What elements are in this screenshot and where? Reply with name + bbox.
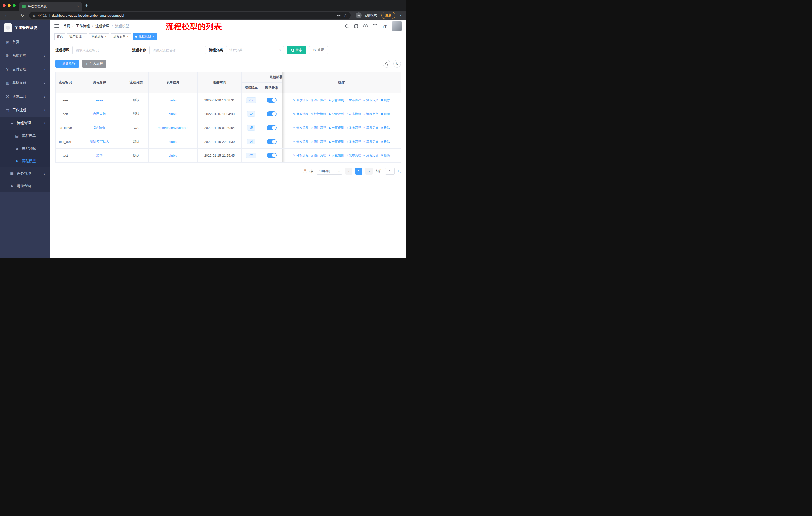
sidebar-item-payment-management[interactable]: ¥ 支付管理 ∨ [0,62,50,76]
active-toggle[interactable] [266,139,277,144]
security-warning-icon[interactable]: ⚠ [33,13,36,18]
action-edit-process[interactable]: ✎修改流程 [293,154,308,157]
browser-update-button[interactable]: 更新 [381,12,396,19]
active-toggle[interactable] [266,111,277,116]
close-icon[interactable]: × [105,35,107,38]
close-icon[interactable]: × [152,35,154,38]
action-assign-rule[interactable]: ♟分配规则 [329,126,344,130]
process-category-select[interactable]: 流程分类 ∨ [226,46,284,54]
user-avatar[interactable] [392,21,402,31]
active-toggle[interactable] [266,125,277,130]
sidebar-item-process-management[interactable]: ≣ 流程管理 ∧ [0,117,50,130]
font-size-icon[interactable]: тT [382,24,387,28]
page-size-select[interactable]: 10条/页 ∨ [317,167,342,174]
action-publish-process[interactable]: ☝发布流程 [346,126,361,130]
breadcrumb-item[interactable]: 流程管理 [95,24,110,28]
action-delete[interactable]: ✖删除 [381,126,390,130]
action-assign-rule[interactable]: ♟分配规则 [329,154,344,157]
form-info-link[interactable]: biubiu [169,154,177,158]
sidebar-item-dev-tools[interactable]: ⚒ 研发工具 ∨ [0,90,50,103]
form-info-link[interactable]: biubiu [169,112,177,116]
fullscreen-icon[interactable] [373,24,377,28]
sidebar-item-process-form[interactable]: ▤ 流程表单 [0,130,50,142]
process-name-link[interactable]: 滔博 [96,154,103,157]
tag-home[interactable]: 首页 [54,33,65,40]
window-zoom-button[interactable] [12,4,16,7]
action-design-process[interactable]: ◎设计流程 [311,140,326,143]
process-name-link[interactable]: 测试多审批人 [90,140,110,143]
app-logo[interactable]: 芋道管理系统 [0,20,50,35]
sidebar-item-infrastructure[interactable]: ▥ 基础设施 ∨ [0,76,50,90]
process-name-link[interactable]: eeee [96,98,103,102]
browser-menu-icon[interactable]: ⋮ [399,13,403,18]
back-icon[interactable]: ← [3,13,9,18]
action-assign-rule[interactable]: ♟分配规则 [329,112,344,116]
action-process-definition[interactable]: ∞流程定义 [364,98,378,102]
active-toggle[interactable] [266,98,277,103]
sidebar-item-home[interactable]: ◉ 首页 [0,35,50,49]
browser-tab[interactable]: 芋道管理系统 × [19,2,82,10]
tag-tenant-management[interactable]: 租户管理 × [67,33,87,40]
create-process-button[interactable]: + 新建流程 [55,60,79,67]
form-info-link[interactable]: biubiu [169,98,177,102]
action-design-process[interactable]: ◎设计流程 [311,112,326,116]
github-icon[interactable] [354,24,358,28]
action-design-process[interactable]: ◎设计流程 [311,126,326,130]
window-minimize-button[interactable] [7,4,10,7]
breadcrumb-item[interactable]: 首页 [63,24,70,28]
action-design-process[interactable]: ◎设计流程 [311,98,326,102]
action-publish-process[interactable]: ☝发布流程 [346,154,361,157]
prev-page-button[interactable]: ‹ [345,167,352,174]
forward-icon[interactable]: → [11,13,18,18]
action-design-process[interactable]: ◎设计流程 [311,154,326,157]
form-info-link[interactable]: /bpm/oa/leave/create [157,126,188,130]
reset-button[interactable]: ↻ 重置 [309,46,328,54]
collapse-sidebar-icon[interactable] [54,24,59,28]
sidebar-item-workflow[interactable]: ▤ 工作流程 ∧ [0,103,50,117]
action-assign-rule[interactable]: ♟分配规则 [329,140,344,143]
active-toggle[interactable] [266,153,277,158]
action-process-definition[interactable]: ∞流程定义 [364,126,378,130]
action-delete[interactable]: ✖删除 [381,98,390,102]
close-icon[interactable]: × [83,35,85,38]
action-process-definition[interactable]: ∞流程定义 [364,140,378,143]
next-page-button[interactable]: › [366,167,373,174]
process-key-input[interactable] [72,46,129,54]
search-icon[interactable] [345,24,349,28]
action-publish-process[interactable]: ☝发布流程 [346,112,361,116]
tag-process-model[interactable]: 流程模型 × [133,33,156,40]
window-close-button[interactable] [2,4,5,7]
sidebar-item-system-management[interactable]: ⚙ 系统管理 ∨ [0,49,50,62]
action-edit-process[interactable]: ✎修改流程 [293,98,308,102]
sidebar-item-task-management[interactable]: ▣ 任务管理 ∨ [0,167,50,180]
action-edit-process[interactable]: ✎修改流程 [293,126,308,130]
tag-process-form[interactable]: 流程表单 × [111,33,131,40]
breadcrumb-item[interactable]: 工作流程 [76,24,90,28]
show-search-button[interactable] [383,60,390,67]
search-button[interactable]: 搜索 [287,46,306,54]
page-1-button[interactable]: 1 [355,167,362,174]
url-text[interactable]: dashboard.yudao.iocoder.cn/bpm/manager/m… [52,13,335,18]
key-icon[interactable] [337,13,341,18]
new-tab-button[interactable]: + [85,0,88,10]
action-delete[interactable]: ✖删除 [381,112,390,116]
sidebar-item-user-group[interactable]: ☻ 用户分组 [0,142,50,155]
reload-icon[interactable]: ↻ [19,13,26,18]
process-name-link[interactable]: OA 请假 [94,126,106,130]
action-process-definition[interactable]: ∞流程定义 [364,154,378,157]
sidebar-item-process-model[interactable]: ➤ 流程模型 [0,155,50,167]
import-process-button[interactable]: ⇧ 导入流程 [82,60,107,67]
goto-page-input[interactable] [385,167,395,174]
action-process-definition[interactable]: ∞流程定义 [364,112,378,116]
action-publish-process[interactable]: ☝发布流程 [346,98,361,102]
process-name-link[interactable]: 自己审批 [93,112,106,116]
action-delete[interactable]: ✖删除 [381,140,390,143]
form-info-link[interactable]: biubiu [169,140,177,144]
tab-close-icon[interactable]: × [77,4,79,8]
process-name-input[interactable] [149,46,206,54]
close-icon[interactable]: × [127,35,128,38]
action-edit-process[interactable]: ✎修改流程 [293,140,308,143]
help-icon[interactable]: ? [364,24,368,28]
refresh-table-button[interactable]: ↻ [394,60,401,67]
bookmark-star-icon[interactable]: ☆ [344,13,347,18]
